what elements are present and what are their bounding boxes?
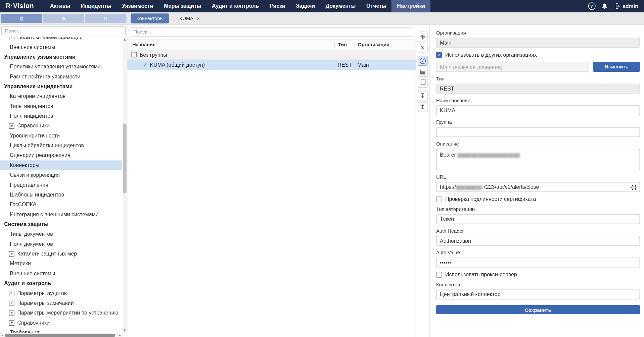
cert-checkbox-row[interactable]: Проверка подлинности сертификата [436, 196, 640, 202]
horizontal-scrollbar[interactable]: ◄ ► [0, 333, 123, 337]
tree-item[interactable]: +Параметры аудитов [0, 288, 123, 298]
name-input[interactable] [436, 105, 640, 115]
tree-item[interactable]: Требования [0, 328, 123, 333]
sidebar-mode-tabs: ⚙★↺ [0, 14, 127, 23]
scroll-right-icon[interactable]: ► [118, 333, 122, 337]
tree-item[interactable]: Типы документов [0, 229, 123, 239]
table-view-icon[interactable]: ▤ [418, 67, 427, 76]
tree-item[interactable]: +Политики инвентаризации [0, 37, 123, 42]
clear-icon[interactable]: × [418, 43, 427, 52]
export-icon[interactable]: ↥ [418, 102, 427, 112]
tree-item[interactable]: Связи и корреляция [0, 170, 123, 180]
tree-item[interactable]: Метрики [0, 259, 123, 269]
change-button[interactable]: Изменить [593, 62, 640, 72]
tab-connectors[interactable]: Коннекторы [131, 13, 169, 23]
tree-section-header: Управление инцидентами [0, 81, 123, 91]
scroll-up-icon[interactable]: ▲ [123, 37, 127, 42]
column-header-name[interactable]: Название [127, 42, 334, 47]
tab-label: Коннекторы [136, 13, 164, 23]
tree-item[interactable]: Поля документов [0, 239, 123, 249]
nav-item[interactable]: Меры защиты [158, 0, 206, 12]
scroll-left-icon[interactable]: ◄ [0, 333, 4, 337]
auth-type-select[interactable]: Токен ▾ [436, 214, 640, 224]
tree-item[interactable]: ГосСОПКА [0, 200, 123, 210]
sidebar-search-input[interactable] [1, 26, 126, 35]
connectors-search-input[interactable] [130, 27, 413, 37]
nav-item[interactable]: Риски [264, 0, 291, 12]
url-input[interactable]: https://████ █████ ██:7223/api/v1/alerts… [436, 182, 640, 192]
nav-item[interactable]: Активы [45, 0, 76, 12]
expand-plus-icon[interactable]: + [9, 123, 14, 129]
tree-item[interactable]: +Параметры замечаний [0, 298, 123, 308]
group-row[interactable]: − Без группы [127, 50, 416, 60]
nav-item[interactable]: Документы [320, 0, 361, 12]
auth-header-input[interactable] [436, 236, 640, 245]
tree-item-label: Типы документов [10, 229, 53, 239]
tree-item[interactable]: Представления [0, 180, 123, 190]
proxy-checkbox[interactable] [436, 272, 442, 277]
tree-item[interactable]: Категории инцидентов [0, 92, 123, 101]
table-row[interactable]: ✔ KUMA (общий доступ) REST Main [127, 60, 416, 70]
close-tab-icon[interactable]: × [197, 16, 200, 21]
share-checkbox[interactable] [436, 52, 442, 58]
tree-item[interactable]: Внешние системы [0, 269, 123, 278]
group-select[interactable]: ▾ [436, 127, 640, 137]
nav-item[interactable]: Настройки [392, 0, 430, 12]
tree-item[interactable]: +Справочники [0, 318, 123, 328]
scrollbar-thumb[interactable] [123, 123, 127, 193]
tree-item[interactable]: Внешние системы [0, 42, 123, 52]
tree-item[interactable]: Расчет рейтинга уязвимости [0, 72, 123, 81]
nav-item[interactable]: Уязвимости [117, 0, 158, 12]
info-icon[interactable]: i [418, 56, 427, 65]
tree-item[interactable]: +Каталоги защитных мер [0, 249, 123, 259]
scroll-down-icon[interactable]: ▼ [123, 329, 127, 333]
tree-item-label: Внешние системы [10, 42, 55, 52]
cert-checkbox[interactable] [436, 196, 442, 202]
scrollbar-thumb[interactable] [5, 334, 115, 337]
expand-plus-icon[interactable]: + [9, 320, 14, 326]
tree-item[interactable]: Поля инцидентов [0, 111, 123, 121]
history-tab[interactable]: ↺ [85, 14, 127, 23]
description-textarea[interactable]: Bearer ██████ ███ █████████████ ██ ███ [436, 149, 640, 170]
help-icon[interactable]: ? [588, 2, 595, 10]
column-header-type[interactable]: Тип [334, 42, 354, 47]
collapse-icon[interactable]: − [131, 52, 137, 57]
tree-item[interactable]: Шаблоны инцидентов [0, 190, 123, 200]
expand-plus-icon[interactable]: + [9, 37, 14, 40]
nav-item[interactable]: Отчеты [361, 0, 392, 12]
favorites-tab[interactable]: ★ [43, 14, 84, 23]
expand-plus-icon[interactable]: + [9, 251, 14, 257]
proxy-checkbox-row[interactable]: Использовать прокси-сервер [436, 272, 640, 278]
expand-plus-icon[interactable]: + [9, 291, 14, 296]
tree-item[interactable]: Интеграция с внешними системами [0, 210, 123, 219]
settings-tab[interactable]: ⚙ [1, 14, 42, 23]
tree-item[interactable]: Типы инцидентов [0, 101, 123, 111]
copy-icon[interactable] [418, 78, 427, 88]
nav-item[interactable]: Задачи [291, 0, 320, 12]
template-variables-icon[interactable]: {;} [631, 182, 637, 191]
vertical-scrollbar[interactable]: ▲ ▼ [123, 37, 127, 333]
column-header-org[interactable]: Организация [354, 42, 415, 47]
collector-select[interactable]: Центральный коллектор ▾ [436, 290, 640, 299]
tree-item[interactable]: +Справочники [0, 121, 123, 131]
tree-item[interactable]: Циклы обработки инцидентов [0, 141, 123, 151]
nav-item[interactable]: Инциденты [76, 0, 117, 12]
url-redacted: ████ █████ ██ [456, 185, 481, 189]
tab-kuma[interactable]: KUMA × [174, 13, 206, 23]
topnav-actions: ? admin [588, 0, 638, 12]
save-button[interactable]: Сохранить [436, 305, 640, 314]
expand-plus-icon[interactable]: + [9, 310, 14, 316]
tree-item[interactable]: Коннекторы [0, 160, 123, 170]
tree-item[interactable]: +Параметры мероприятий по устранению [0, 308, 123, 318]
notifications-bell-icon[interactable] [601, 3, 608, 10]
share-checkbox-row[interactable]: Использовать в других организациях [436, 52, 640, 58]
import-icon[interactable]: ↧ [418, 91, 427, 101]
auth-value-input[interactable] [436, 258, 640, 267]
tree-item[interactable]: Сценарии реагирования [0, 151, 123, 160]
expand-plus-icon[interactable]: + [9, 300, 14, 306]
tree-item[interactable]: Уровни критичности [0, 131, 123, 141]
add-icon[interactable]: ⊕ [418, 32, 427, 41]
logout-user-button[interactable]: admin [613, 3, 638, 10]
nav-item[interactable]: Аудит и контроль [206, 0, 264, 12]
tree-item[interactable]: Политики управления уязвимостями [0, 62, 123, 72]
